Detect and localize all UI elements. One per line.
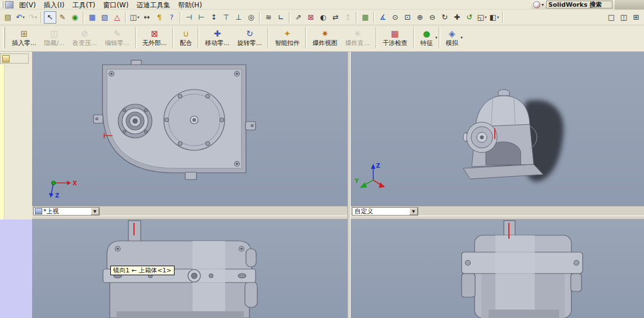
tb-new-document[interactable]: ▤ <box>2 11 14 24</box>
atb-move-component[interactable]: ✚ 移动零... <box>201 26 234 50</box>
menu-label: 窗口(W) <box>103 1 128 9</box>
tb-select[interactable]: ↖ <box>44 11 56 24</box>
atb-insert-component[interactable]: ⊞ 插入零... <box>8 26 41 50</box>
feature-manager-tab[interactable] <box>0 53 29 64</box>
menu-tools[interactable]: 工具(T) <box>68 0 99 10</box>
tb-caliper-vertical[interactable]: ↕ <box>208 11 220 24</box>
tb-pan[interactable]: ✚ <box>451 11 463 24</box>
tb-viewport-four[interactable]: ⊞ <box>630 11 642 24</box>
toolbar-label: 干涉检查 <box>383 39 408 47</box>
tb-zoom-out[interactable]: ⊖ <box>426 11 439 24</box>
tb-zoom-in[interactable]: ⊕ <box>414 11 426 24</box>
atb-simulate[interactable]: ◈ 模拟 ▾ <box>442 26 462 50</box>
orientation-triad: X Z <box>49 180 77 199</box>
atb-mate[interactable]: ∪ 配合 <box>176 26 196 50</box>
viewport-bottom-right[interactable] <box>351 220 644 318</box>
tb-design-table[interactable]: ▦ <box>359 11 372 24</box>
tb-surface-finish[interactable]: ≋ <box>262 11 275 24</box>
dropdown-arrow-icon[interactable]: ▾ <box>497 15 499 20</box>
menu-view[interactable]: 图(V) <box>15 0 40 10</box>
toolbar-icon: ≋ <box>266 14 272 21</box>
tb-rebuild-traffic-light[interactable]: ◉ <box>69 11 81 24</box>
tb-3d-sketch[interactable]: △ <box>111 11 123 24</box>
search-dropdown-arrow-icon[interactable]: ▾ <box>542 2 544 7</box>
menu-window[interactable]: 窗口(W) <box>99 0 132 10</box>
menu-insert[interactable]: 插入(I) <box>40 0 69 10</box>
tb-caliper-depth[interactable]: ⊤ <box>220 11 232 24</box>
top-view-canvas[interactable]: X Z <box>32 52 347 206</box>
front-view-canvas[interactable] <box>32 220 347 318</box>
tb-section-view[interactable]: ◧ ▾ <box>488 11 500 24</box>
tb-note[interactable]: ¶ <box>153 11 166 24</box>
atb-features[interactable]: ● 特征 ▾ <box>417 26 437 50</box>
atb-no-external-references[interactable]: ⊠ 无外部... <box>138 26 171 50</box>
tb-curvature[interactable]: ◐ <box>317 11 329 24</box>
main-area: X Z <box>0 52 644 318</box>
isometric-canvas[interactable]: Z Y <box>351 52 644 206</box>
atb-hide-show-component[interactable]: ◫ 隐藏/... <box>41 26 69 50</box>
side-view-canvas[interactable] <box>351 220 644 318</box>
top-view-model[interactable] <box>93 60 256 180</box>
menu-bar: 图(V) 插入(I) 工具(T) 窗口(W) 迈迪工具集 帮助(H) ▾ Sol… <box>0 0 644 10</box>
view-orientation-combo-top-right[interactable]: 自定义 ▼ <box>352 207 418 216</box>
menu-help[interactable]: 帮助(H) <box>174 0 205 10</box>
toolbar-grip[interactable] <box>3 27 5 48</box>
tb-standard-views[interactable]: ◱ ▾ <box>476 11 488 24</box>
tb-measure-caliper[interactable]: ⊣ <box>183 11 195 24</box>
toolbar-icon: ▧ <box>101 14 108 21</box>
tb-sketch-pencil[interactable]: ✎ <box>56 11 69 24</box>
dropdown-arrow-icon[interactable]: ▾ <box>485 15 487 20</box>
tb-move-up[interactable]: ↥ <box>342 11 354 24</box>
tb-undo[interactable]: ↶ ▾ <box>14 11 26 24</box>
vertical-splitter[interactable] <box>347 52 351 318</box>
solidworks-search[interactable]: ▾ SolidWorks 搜索 <box>531 0 615 10</box>
toolbar-separator <box>305 27 307 48</box>
dropdown-arrow-icon[interactable]: ▾ <box>435 35 437 40</box>
viewport-bottom-left[interactable]: 镜向1 ← 上箱体<1> <box>32 220 347 318</box>
view-orientation-combo-top-left[interactable]: *上视 ▼ <box>33 207 100 216</box>
tb-dimension[interactable]: ↔ <box>141 11 153 24</box>
tb-thread-callout[interactable]: ⊥ <box>232 11 245 24</box>
dropdown-arrow-icon[interactable]: ▾ <box>23 15 25 20</box>
search-input[interactable]: SolidWorks 搜索 <box>546 1 612 8</box>
menu-grip[interactable] <box>1 1 3 8</box>
tb-viewport-single[interactable]: □ <box>605 11 618 24</box>
tb-datum-corner[interactable]: ∟ <box>275 11 287 24</box>
tb-help[interactable]: ? <box>166 11 178 24</box>
view-orientation-value: *上视 <box>43 208 91 215</box>
dropdown-arrow-icon[interactable]: ▾ <box>35 15 37 20</box>
tb-rotate-view[interactable]: ↻ <box>439 11 451 24</box>
atb-interference-detection[interactable]: ▦ 干涉检查 <box>379 26 412 50</box>
tb-zoom-fit[interactable]: ⊙ <box>389 11 401 24</box>
toolbar-icon: ◫ <box>620 14 627 21</box>
viewport-top-right[interactable]: Z Y <box>351 52 644 206</box>
tb-refresh-view[interactable]: ↺ <box>463 11 476 24</box>
tb-grid[interactable]: ▦ <box>86 11 99 24</box>
tb-redo[interactable]: ↷ ▾ <box>26 11 39 24</box>
tb-delete-face[interactable]: ⊠ <box>305 11 317 24</box>
tb-measure[interactable]: ∡ <box>377 11 389 24</box>
tb-viewport-two[interactable]: ◫ <box>618 11 630 24</box>
combo-dropdown-button[interactable]: ▼ <box>409 208 418 215</box>
tb-caliper-inside[interactable]: ⊢ <box>195 11 208 24</box>
atb-smart-fasteners[interactable]: ✦ 智能扣件 <box>271 26 303 50</box>
atb-exploded-view[interactable]: ✷ 爆炸视图 <box>308 26 341 50</box>
tb-sketch[interactable]: ▧ <box>99 11 111 24</box>
tb-swap-arrows[interactable]: ⇄ <box>329 11 342 24</box>
horizontal-splitter[interactable] <box>32 216 644 220</box>
side-view-model[interactable] <box>462 221 583 318</box>
tb-zoom-area[interactable]: ⊡ <box>401 11 414 24</box>
atb-explode-line-sketch[interactable]: ✳ 爆炸直... <box>341 26 374 50</box>
atb-rotate-component[interactable]: ↻ 旋转零... <box>234 26 266 50</box>
dropdown-arrow-icon[interactable]: ▾ <box>137 15 140 20</box>
tb-hole-callout[interactable]: ◎ <box>245 11 257 24</box>
tb-viewport-pane[interactable]: ◫ ▾ <box>128 11 141 24</box>
viewport-top-left[interactable]: X Z <box>32 52 347 206</box>
menu-maidi-toolkit[interactable]: 迈迪工具集 <box>132 0 174 10</box>
dropdown-arrow-icon[interactable]: ▾ <box>460 35 463 40</box>
atb-edit-component[interactable]: ✎ 编辑零... <box>101 26 133 50</box>
tb-flip-direction[interactable]: ⇗ <box>292 11 305 24</box>
collapsed-panel-strip[interactable] <box>0 65 5 220</box>
atb-change-suppression[interactable]: ⊘ 改变压... <box>69 26 101 50</box>
combo-dropdown-button[interactable]: ▼ <box>91 208 99 215</box>
